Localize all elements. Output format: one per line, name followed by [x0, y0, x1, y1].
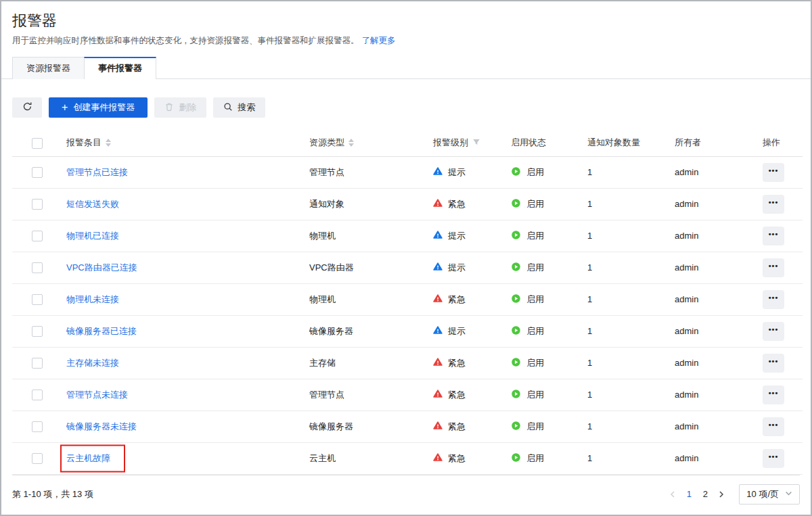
row-checkbox[interactable]	[32, 199, 43, 210]
level-text: 提示	[448, 230, 466, 242]
page-1-button[interactable]: 1	[682, 489, 696, 499]
row-checkbox[interactable]	[32, 231, 43, 241]
page-title: 报警器	[12, 11, 800, 31]
search-label: 搜索	[238, 101, 255, 114]
row-actions-button[interactable]: •••	[763, 417, 784, 436]
resource-type-text: 云主机	[309, 453, 336, 463]
alarm-name-link[interactable]: 物理机未连接	[66, 294, 119, 304]
filter-icon[interactable]	[472, 138, 480, 148]
column-actions: 操作	[752, 130, 803, 156]
level-text: 紧急	[448, 357, 466, 369]
row-actions-button[interactable]: •••	[763, 258, 784, 277]
alarm-name-link[interactable]: 短信发送失败	[66, 199, 119, 209]
owner-text: admin	[675, 199, 698, 209]
learn-more-link[interactable]: 了解更多	[362, 36, 396, 45]
toolbar: + 创建事件报警器 删除 搜索	[12, 97, 800, 118]
resource-type-text: 镜像服务器	[309, 421, 353, 431]
row-checkbox[interactable]	[32, 358, 43, 369]
resource-type-text: 管理节点	[309, 390, 344, 400]
row-actions-button[interactable]: •••	[763, 163, 784, 182]
row-checkbox[interactable]	[32, 390, 43, 400]
row-actions-button[interactable]: •••	[763, 290, 784, 309]
notify-count-text: 1	[587, 294, 592, 304]
sort-icon[interactable]	[348, 139, 354, 147]
row-actions-button[interactable]: •••	[763, 195, 784, 214]
table-row: 管理节点未连接 管理节点 紧急 启用 1 admin •••	[12, 379, 803, 411]
alarm-page: 报警器 用于监控并响应时序性数据和事件的状态变化，支持资源报警器、事件报警器和扩…	[0, 0, 812, 516]
alarm-name-link[interactable]: 管理节点未连接	[66, 390, 128, 400]
status-text: 启用	[526, 294, 544, 306]
table-row: 镜像服务器未连接 镜像服务器 紧急 启用 1 admin •••	[12, 411, 803, 442]
pagination-summary: 第 1-10 项，共 13 项	[12, 488, 93, 500]
row-checkbox[interactable]	[32, 326, 43, 337]
row-checkbox[interactable]	[32, 421, 43, 432]
row-actions-button[interactable]: •••	[763, 227, 784, 245]
alarm-name-link[interactable]: 主存储未连接	[66, 358, 119, 368]
status-text: 启用	[526, 357, 544, 369]
prev-page-button[interactable]	[666, 491, 679, 498]
row-checkbox[interactable]	[32, 262, 43, 273]
status-enabled-icon	[511, 230, 521, 242]
alarm-name-link[interactable]: 物理机已连接	[66, 231, 119, 241]
resource-type-text: 管理节点	[309, 167, 344, 177]
row-actions-button[interactable]: •••	[763, 385, 784, 404]
owner-text: admin	[675, 453, 698, 463]
tab-resource-alarms[interactable]: 资源报警器	[12, 57, 84, 79]
level-triangle-icon	[433, 325, 443, 337]
notify-count-text: 1	[587, 231, 592, 241]
level-triangle-icon	[433, 421, 443, 432]
level-text: 紧急	[448, 389, 466, 401]
level-text: 提示	[448, 262, 466, 274]
alarm-name-link[interactable]: 镜像服务器已连接	[66, 326, 137, 336]
alarm-table: 报警条目 资源类型 报警级别 启用状态 通知对象数量 所有者 操作	[12, 130, 803, 475]
refresh-button[interactable]	[12, 97, 42, 118]
column-alarm-level: 报警级别	[433, 137, 468, 149]
next-page-button[interactable]	[715, 491, 728, 498]
level-triangle-icon	[433, 262, 443, 273]
level-triangle-icon	[433, 166, 443, 178]
column-owner: 所有者	[664, 130, 752, 156]
tab-event-alarms[interactable]: 事件报警器	[84, 57, 156, 79]
delete-button[interactable]: 删除	[154, 97, 206, 118]
owner-text: admin	[675, 231, 698, 241]
level-text: 紧急	[448, 198, 466, 210]
column-alarm-name: 报警条目	[66, 137, 102, 149]
owner-text: admin	[675, 262, 698, 273]
select-all-checkbox[interactable]	[32, 138, 43, 149]
table-row: VPC路由器已连接 VPC路由器 提示 启用 1 admin •••	[12, 252, 803, 283]
table-row: 管理节点已连接 管理节点 提示 启用 1 admin •••	[12, 156, 803, 188]
row-checkbox[interactable]	[32, 167, 43, 178]
status-text: 启用	[526, 452, 544, 465]
notify-count-text: 1	[587, 421, 592, 431]
search-icon	[223, 102, 233, 114]
row-checkbox[interactable]	[32, 294, 43, 305]
notify-count-text: 1	[587, 390, 592, 400]
row-actions-button[interactable]: •••	[763, 354, 784, 373]
chevron-down-icon	[785, 489, 792, 499]
search-button[interactable]: 搜索	[213, 97, 265, 118]
owner-text: admin	[675, 421, 698, 431]
notify-count-text: 1	[587, 326, 592, 336]
level-triangle-icon	[433, 389, 443, 400]
notify-count-text: 1	[587, 358, 592, 368]
column-notify-count: 通知对象数量	[577, 130, 664, 156]
row-checkbox[interactable]	[32, 453, 43, 464]
resource-type-text: 镜像服务器	[309, 326, 353, 336]
alarm-name-link[interactable]: 云主机故障	[66, 453, 110, 463]
refresh-icon	[22, 101, 32, 114]
column-enabled-state: 启用状态	[500, 130, 577, 156]
create-event-alarm-button[interactable]: + 创建事件报警器	[49, 97, 148, 118]
row-actions-button[interactable]: •••	[763, 449, 784, 468]
table-row: 物理机未连接 物理机 紧急 启用 1 admin •••	[12, 283, 803, 315]
notify-count-text: 1	[587, 453, 592, 463]
level-text: 提示	[448, 166, 466, 179]
status-enabled-icon	[511, 389, 521, 401]
alarm-name-link[interactable]: VPC路由器已连接	[66, 262, 137, 273]
row-actions-button[interactable]: •••	[763, 322, 784, 341]
page-2-button[interactable]: 2	[698, 489, 712, 499]
alarm-name-link[interactable]: 管理节点已连接	[66, 167, 128, 177]
sort-icon[interactable]	[106, 139, 111, 147]
page-size-select[interactable]: 10 项/页	[739, 484, 800, 505]
alarm-name-link[interactable]: 镜像服务器未连接	[66, 421, 137, 431]
notify-count-text: 1	[587, 262, 592, 273]
